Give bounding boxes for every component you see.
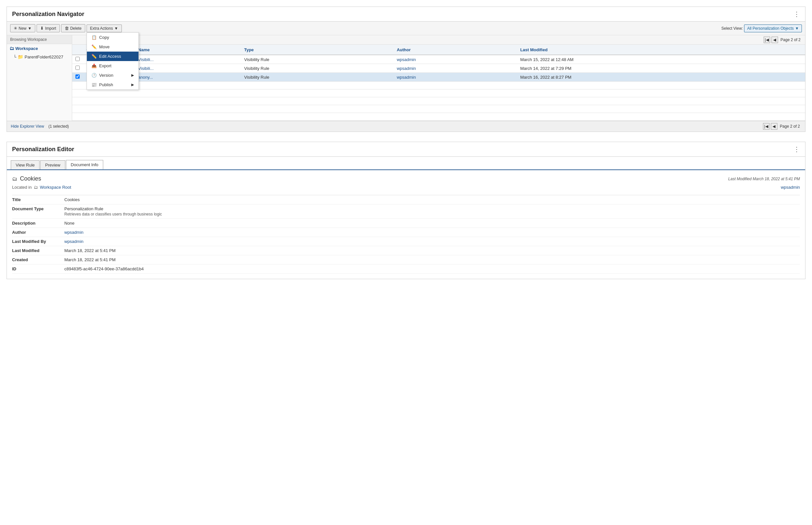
navigator-header: Personalization Navigator ⋮ xyxy=(7,7,805,21)
page-info-bottom: Page 2 of 2 xyxy=(779,124,801,129)
first-page-btn[interactable]: |◀ xyxy=(764,36,770,43)
menu-item-version[interactable]: 🕐 Version ▶ xyxy=(87,71,138,80)
last-modified-by-link[interactable]: wpsadmin xyxy=(64,239,84,244)
meta-row-description: Description None xyxy=(12,219,800,228)
meta-row-created: Created March 18, 2022 at 5:41 PM xyxy=(12,255,800,265)
pagination-bottom: |◀ ◀ Page 2 of 2 xyxy=(763,123,801,130)
menu-item-copy[interactable]: 📋 Copy xyxy=(87,33,138,42)
navigator-menu-icon[interactable]: ⋮ xyxy=(793,10,800,18)
export-icon: 📤 xyxy=(91,63,97,68)
navigator-toolbar: ✳ New ▼ ⬇ Import 🗑 Delete Extra Actions … xyxy=(7,21,805,35)
row-author[interactable]: wpsadmin xyxy=(394,64,517,73)
located-row: Located in 🗂 Workspace Root wpsadmin xyxy=(12,185,800,190)
items-table: + Name Type Author Last Modified 🗂 Visib… xyxy=(72,45,805,121)
editor-tabs: View Rule Preview Document Info xyxy=(7,157,805,170)
tab-view-rule[interactable]: View Rule xyxy=(11,160,40,169)
row-checkbox[interactable] xyxy=(72,64,83,73)
row-author[interactable]: wpsadmin xyxy=(394,55,517,64)
row-checkbox[interactable] xyxy=(72,73,83,81)
prev-page-btn[interactable]: ◀ xyxy=(771,36,778,43)
meta-row-id: ID c89483f5-ac46-4724-90ee-37a86acdd1b4 xyxy=(12,265,800,274)
row-last-modified: March 14, 2022 at 7:29 PM xyxy=(517,64,805,73)
version-icon: 🕐 xyxy=(91,73,97,78)
row-last-modified: March 16, 2022 at 8:27 PM xyxy=(517,73,805,81)
row-last-modified: March 15, 2022 at 12:48 AM xyxy=(517,55,805,64)
version-arrow-icon: ▶ xyxy=(131,73,134,77)
workspace-root-icon: 🗂 xyxy=(34,185,38,190)
extra-actions-arrow-icon: ▼ xyxy=(114,26,118,31)
th-name[interactable]: Name xyxy=(135,45,241,55)
row-type: Visibility Rule xyxy=(241,55,393,64)
doc-type-icon: 🗂 xyxy=(12,176,17,182)
publish-icon: 📰 xyxy=(91,82,97,87)
edit-access-icon: ✏️ xyxy=(91,54,97,59)
menu-item-export[interactable]: 📤 Export xyxy=(87,61,138,71)
move-icon: ✏️ xyxy=(91,44,97,49)
meta-row-title: Title Cookies xyxy=(12,195,800,205)
editor-panel: Personalization Editor ⋮ View Rule Previ… xyxy=(6,142,806,279)
row-type: Visibility Rule xyxy=(241,64,393,73)
top-author-link[interactable]: wpsadmin xyxy=(781,185,800,190)
editor-title: Personalization Editor xyxy=(12,146,74,153)
row-author[interactable]: wpsadmin xyxy=(394,73,517,81)
th-type: Type xyxy=(241,45,393,55)
select-view-dropdown[interactable]: All Personalization Objects ▼ xyxy=(744,25,802,32)
author-link[interactable]: wpsadmin xyxy=(64,230,84,235)
tab-preview[interactable]: Preview xyxy=(40,160,65,169)
folder-expand-icon: └ xyxy=(13,55,16,59)
row-name[interactable]: Visibili... xyxy=(135,64,241,73)
tab-document-info[interactable]: Document Info xyxy=(66,160,104,169)
sidebar-header: Browsing Workspace xyxy=(7,35,72,44)
doc-title-row: 🗂 Cookies Last Modified March 18, 2022 a… xyxy=(12,175,800,182)
new-button[interactable]: ✳ New ▼ xyxy=(10,24,35,32)
document-info-area: 🗂 Cookies Last Modified March 18, 2022 a… xyxy=(7,170,805,279)
table-row: 🗂 anony... Visibility Rule wpsadmin Marc… xyxy=(72,73,805,81)
hide-explorer-link[interactable]: Hide Explorer View xyxy=(11,124,44,129)
last-modified-header: Last Modified March 18, 2022 at 5:41 PM xyxy=(728,177,800,181)
selection-count: (1 selected) xyxy=(48,124,69,129)
delete-button[interactable]: 🗑 Delete xyxy=(61,24,85,32)
navigator-title: Personalization Navigator xyxy=(12,11,84,18)
meta-row-last-modified-by: Last Modified By wpsadmin xyxy=(12,237,800,246)
extra-actions-container: Extra Actions ▼ 📋 Copy ✏️ Move ✏️ Edit A… xyxy=(87,25,122,32)
th-checkbox xyxy=(72,45,83,55)
menu-item-move[interactable]: ✏️ Move xyxy=(87,42,138,51)
workspace-icon: 🗂 xyxy=(10,46,14,51)
sidebar-item-folder[interactable]: └ 📁 ParentFolder622027 xyxy=(7,52,72,61)
meta-row-author: Author wpsadmin xyxy=(12,228,800,237)
workspace-root-link[interactable]: Workspace Root xyxy=(40,185,71,190)
doc-name: 🗂 Cookies xyxy=(12,175,41,182)
row-checkbox[interactable] xyxy=(72,55,83,64)
row-name[interactable]: anony... xyxy=(135,73,241,81)
table-row: 🗂 Visibili... Visibility Rule wpsadmin M… xyxy=(72,64,805,73)
menu-item-publish[interactable]: 📰 Publish ▶ xyxy=(87,80,138,89)
page-info-top: Page 2 of 2 xyxy=(779,38,802,42)
prev-page-btn-bottom[interactable]: ◀ xyxy=(771,123,777,130)
meta-row-last-modified: Last Modified March 18, 2022 at 5:41 PM xyxy=(12,246,800,255)
th-last-modified[interactable]: Last Modified xyxy=(517,45,805,55)
menu-item-edit-access[interactable]: ✏️ Edit Access xyxy=(87,51,138,61)
sidebar-item-workspace[interactable]: 🗂 Workspace xyxy=(7,44,72,52)
th-author[interactable]: Author xyxy=(394,45,517,55)
select-view-arrow-icon: ▼ xyxy=(795,26,799,31)
meta-row-doc-type: Document Type Personalization Rule Retri… xyxy=(12,205,800,219)
import-button[interactable]: ⬇ Import xyxy=(36,24,60,32)
located-in: Located in 🗂 Workspace Root xyxy=(12,185,71,190)
copy-icon: 📋 xyxy=(91,35,97,40)
asterisk-icon: ✳ xyxy=(14,26,17,31)
row-name[interactable]: Visibili... xyxy=(135,55,241,64)
navigator-panel: Personalization Navigator ⋮ ✳ New ▼ ⬇ Im… xyxy=(6,6,806,132)
import-icon: ⬇ xyxy=(40,26,44,31)
new-dropdown-arrow-icon: ▼ xyxy=(28,26,32,31)
sidebar: Browsing Workspace 🗂 Workspace └ 📁 Paren… xyxy=(7,35,72,121)
select-view-label: Select View: xyxy=(722,26,743,31)
publish-arrow-icon: ▶ xyxy=(131,82,134,87)
trash-icon: 🗑 xyxy=(65,26,69,31)
folder-icon: 📁 xyxy=(18,54,23,59)
navigator-footer: Hide Explorer View (1 selected) |◀ ◀ Pag… xyxy=(7,121,805,132)
first-page-btn-bottom[interactable]: |◀ xyxy=(763,123,769,130)
table-area: |◀ ◀ Page 2 of 2 + Name Type Author Last… xyxy=(72,35,805,121)
editor-header: Personalization Editor ⋮ xyxy=(7,142,805,157)
extra-actions-button[interactable]: Extra Actions ▼ xyxy=(87,25,122,32)
editor-menu-icon[interactable]: ⋮ xyxy=(793,145,800,153)
